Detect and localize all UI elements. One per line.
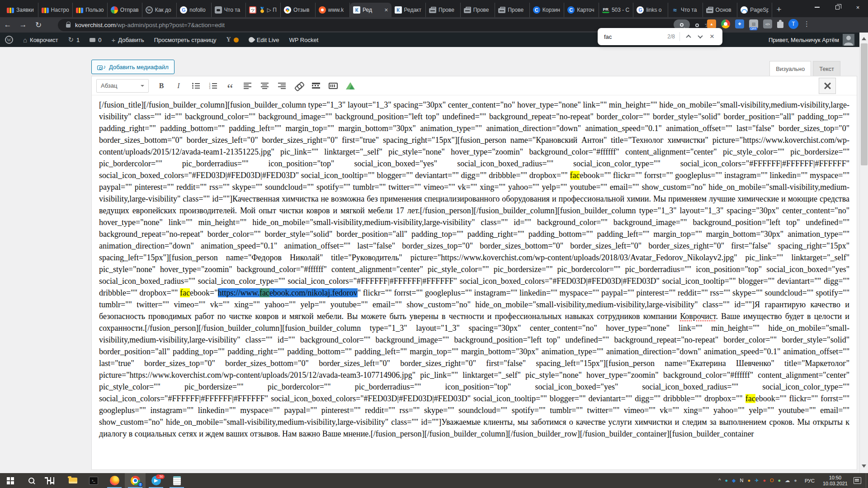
tray-icon[interactable]: ☁ bbox=[785, 478, 790, 483]
find-next-button[interactable] bbox=[694, 31, 706, 42]
lighthouse-extension-icon[interactable] bbox=[721, 19, 730, 28]
code-extension-icon[interactable] bbox=[763, 19, 772, 28]
site-menu[interactable]: ⌂Коврочист bbox=[18, 33, 63, 47]
bullet-list-button[interactable] bbox=[188, 79, 204, 93]
show-desktop-button[interactable] bbox=[866, 473, 868, 488]
browser-tab[interactable]: Как до bbox=[142, 3, 177, 17]
file-explorer-taskbar-button[interactable] bbox=[62, 473, 83, 488]
keyboard-button[interactable] bbox=[325, 79, 341, 93]
view-page-menu[interactable]: Просмотреть страницу bbox=[149, 33, 222, 47]
align-left-button[interactable] bbox=[239, 79, 255, 93]
browser-tab[interactable]: Прове bbox=[495, 3, 530, 17]
find-input[interactable]: fac bbox=[604, 33, 667, 40]
browser-tab[interactable]: links o bbox=[633, 3, 668, 17]
edit-live-menu[interactable]: Edit Live bbox=[244, 33, 284, 47]
browser-tab[interactable]: Отзыв bbox=[281, 3, 316, 17]
browser-tab[interactable]: Корзин bbox=[530, 3, 565, 17]
browser-tab[interactable]: Заявки bbox=[4, 3, 38, 17]
distraction-free-button[interactable] bbox=[819, 78, 836, 94]
browser-tab[interactable]: Основ bbox=[703, 3, 738, 17]
taskbar-clock[interactable]: 10:50 10.03.2021 bbox=[819, 475, 852, 487]
browser-tab[interactable]: www.k bbox=[316, 3, 350, 17]
tray-icon[interactable]: ✈ bbox=[755, 478, 759, 483]
extensions-puzzle-icon[interactable] bbox=[777, 22, 783, 28]
profile-avatar[interactable]: T bbox=[788, 19, 798, 29]
restore-button[interactable] bbox=[827, 0, 848, 14]
tray-icon[interactable]: ● bbox=[748, 478, 751, 483]
reload-button[interactable]: ↻ bbox=[31, 20, 46, 30]
close-button[interactable]: × bbox=[848, 0, 868, 14]
browser-tab[interactable]: 🥇 ▷ П bbox=[246, 3, 281, 17]
action-center-icon[interactable] bbox=[854, 477, 861, 484]
browser-tab[interactable]: Редакт bbox=[392, 3, 426, 17]
grey-extension-icon[interactable]: OFF bbox=[749, 19, 758, 28]
chrome-taskbar-button[interactable]: T bbox=[125, 473, 146, 488]
link-button[interactable] bbox=[291, 79, 307, 93]
avada-builder-button[interactable] bbox=[342, 79, 359, 93]
updates-menu[interactable]: ↻1 bbox=[63, 33, 85, 47]
minimize-button[interactable] bbox=[807, 0, 827, 14]
tray-icon[interactable]: ● bbox=[725, 478, 728, 483]
browser-menu-icon[interactable]: ⋮ bbox=[803, 20, 810, 28]
browser-tab[interactable]: PageSp bbox=[737, 3, 772, 17]
browser-tab[interactable]: Карточ bbox=[564, 3, 599, 17]
tray-icon[interactable]: ◆ bbox=[732, 478, 736, 483]
scrollbar-thumb[interactable] bbox=[861, 43, 868, 165]
language-indicator[interactable]: РУС bbox=[801, 478, 819, 483]
find-previous-button[interactable] bbox=[683, 31, 694, 42]
align-right-button[interactable] bbox=[274, 79, 290, 93]
telegram-taskbar-button[interactable]: ..50 bbox=[146, 473, 166, 488]
tab-text[interactable]: Текст bbox=[813, 61, 840, 76]
scroll-up-arrow[interactable] bbox=[862, 35, 866, 40]
browser-tab-active[interactable]: Ред× bbox=[350, 3, 391, 17]
italic-button[interactable] bbox=[170, 79, 187, 93]
browser-tab[interactable]: Отправ bbox=[108, 3, 142, 17]
account-menu[interactable]: Привет, Мельничук Артём bbox=[769, 34, 868, 46]
yoast-seo-menu[interactable]: Y bbox=[222, 33, 244, 47]
search-taskbar-button[interactable] bbox=[21, 473, 42, 488]
align-center-button[interactable] bbox=[256, 79, 273, 93]
add-media-button[interactable]: ♪ Добавить медиафайл bbox=[91, 60, 175, 74]
numbered-list-button[interactable] bbox=[205, 79, 221, 93]
tray-icon[interactable]: N bbox=[740, 478, 744, 483]
browser-tab[interactable]: Настро bbox=[38, 3, 73, 17]
post-content-textarea[interactable]: [/fusion_title][/fusion_builder_column][… bbox=[92, 95, 857, 469]
scroll-down-arrow[interactable] bbox=[862, 465, 866, 470]
page-scrollbar[interactable] bbox=[859, 33, 868, 473]
browser-tab[interactable]: 503 - С bbox=[599, 3, 634, 17]
wp-logo-menu[interactable]: W bbox=[0, 33, 18, 47]
start-taskbar-button[interactable] bbox=[0, 473, 21, 488]
back-button[interactable]: ← bbox=[0, 20, 15, 29]
hidden-icons-chevron[interactable]: ^ bbox=[718, 478, 721, 483]
browser-tab[interactable]: nofollo bbox=[177, 3, 212, 17]
more-tag-button[interactable] bbox=[308, 79, 324, 93]
forward-button[interactable]: → bbox=[15, 20, 31, 29]
comments-menu[interactable]: 0 bbox=[85, 33, 106, 47]
tray-icon[interactable]: ● bbox=[778, 478, 781, 483]
firefox-taskbar-button[interactable] bbox=[104, 473, 125, 488]
browser-tab[interactable]: Что та bbox=[668, 3, 703, 17]
blockquote-button[interactable] bbox=[222, 79, 238, 93]
find-close-button[interactable]: × bbox=[706, 31, 718, 42]
browser-tab[interactable]: Прове bbox=[461, 3, 495, 17]
new-tab-button[interactable]: + bbox=[772, 3, 786, 16]
paragraph-format-select[interactable]: Абзац bbox=[96, 79, 149, 93]
tab-close-icon[interactable]: × bbox=[384, 7, 388, 13]
tray-icon[interactable]: ● bbox=[794, 478, 797, 483]
tray-icon[interactable]: O bbox=[770, 478, 774, 483]
lock-icon[interactable] bbox=[66, 24, 71, 28]
browser-tab[interactable]: Что та bbox=[212, 3, 246, 17]
new-content-menu[interactable]: +Добавить bbox=[106, 33, 149, 47]
task-view-taskbar-button[interactable] bbox=[42, 473, 62, 488]
adblock-extension-icon[interactable] bbox=[707, 19, 716, 28]
browser-tab[interactable]: Прове bbox=[426, 3, 461, 17]
wp-rocket-menu[interactable]: WP Rocket bbox=[284, 33, 324, 47]
tray-icon[interactable]: ● bbox=[763, 478, 766, 483]
bold-button[interactable] bbox=[153, 79, 170, 93]
tab-visual[interactable]: Визуально bbox=[769, 61, 811, 76]
command-prompt-taskbar-button[interactable] bbox=[83, 473, 104, 488]
blue-extension-icon[interactable] bbox=[735, 19, 744, 28]
notepad-taskbar-button[interactable] bbox=[166, 473, 187, 488]
browser-tab[interactable]: Пользо bbox=[73, 3, 108, 17]
zoom-icon[interactable] bbox=[695, 23, 699, 27]
